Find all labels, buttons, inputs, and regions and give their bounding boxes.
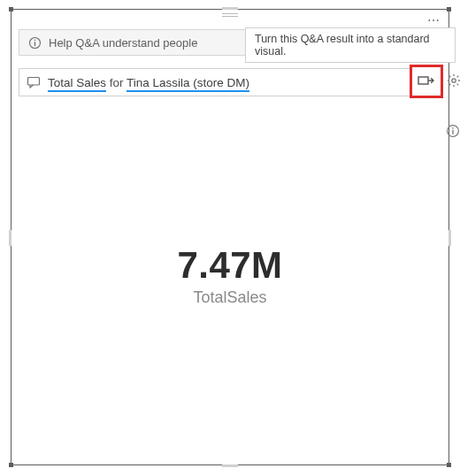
convert-visual-tooltip-text: Turn this Q&A result into a standard vis… <box>255 33 446 58</box>
qna-term-total-sales[interactable]: Total Sales <box>48 76 106 92</box>
svg-rect-1 <box>34 42 35 46</box>
convert-visual-tooltip: Turn this Q&A result into a standard vis… <box>245 27 456 63</box>
metric-value: 7.47M <box>12 244 448 287</box>
resize-handle-bl[interactable] <box>9 463 13 467</box>
qna-settings-button[interactable] <box>445 72 460 89</box>
resize-handle-tr[interactable] <box>447 7 451 12</box>
qna-question-text: Total Sales for Tina Lassila (store DM) <box>48 76 249 89</box>
convert-visual-icon <box>418 73 435 89</box>
svg-line-13 <box>457 76 459 78</box>
resize-handle-br[interactable] <box>447 463 451 467</box>
visual-info-button[interactable] <box>445 123 460 139</box>
card-visual: 7.47M TotalSales <box>12 244 448 307</box>
gear-icon <box>447 73 460 88</box>
svg-rect-2 <box>34 39 35 40</box>
info-icon <box>28 36 42 50</box>
svg-rect-16 <box>452 127 453 129</box>
resize-handle-b[interactable] <box>222 464 238 467</box>
svg-line-10 <box>449 76 451 78</box>
info-icon <box>446 124 460 138</box>
qna-question-input[interactable]: Total Sales for Tina Lassila (store DM) <box>19 68 422 96</box>
drag-grip-icon[interactable] <box>222 13 238 17</box>
metric-label: TotalSales <box>12 288 448 307</box>
resize-handle-l[interactable] <box>9 230 12 246</box>
svg-line-11 <box>457 84 459 86</box>
resize-handle-tl[interactable] <box>9 7 13 12</box>
resize-handle-r[interactable] <box>448 230 451 246</box>
chat-icon <box>27 75 41 89</box>
more-options-button[interactable]: ⋯ <box>427 13 441 27</box>
svg-point-5 <box>452 79 456 82</box>
svg-rect-4 <box>418 77 428 84</box>
resize-handle-t[interactable] <box>222 7 238 10</box>
svg-line-12 <box>449 84 451 86</box>
teach-qna-banner-text: Help Q&A understand people <box>49 36 197 50</box>
qna-term-person[interactable]: Tina Lassila (store DM) <box>126 76 249 92</box>
canvas: ⋯ Help Q&A understand people Turn this Q… <box>0 0 460 476</box>
qna-visual-frame[interactable]: ⋯ Help Q&A understand people Turn this Q… <box>11 9 449 465</box>
convert-to-standard-visual-button[interactable] <box>410 65 443 98</box>
qna-term-connector: for <box>106 76 126 89</box>
svg-rect-3 <box>28 78 40 86</box>
svg-rect-15 <box>452 130 453 134</box>
